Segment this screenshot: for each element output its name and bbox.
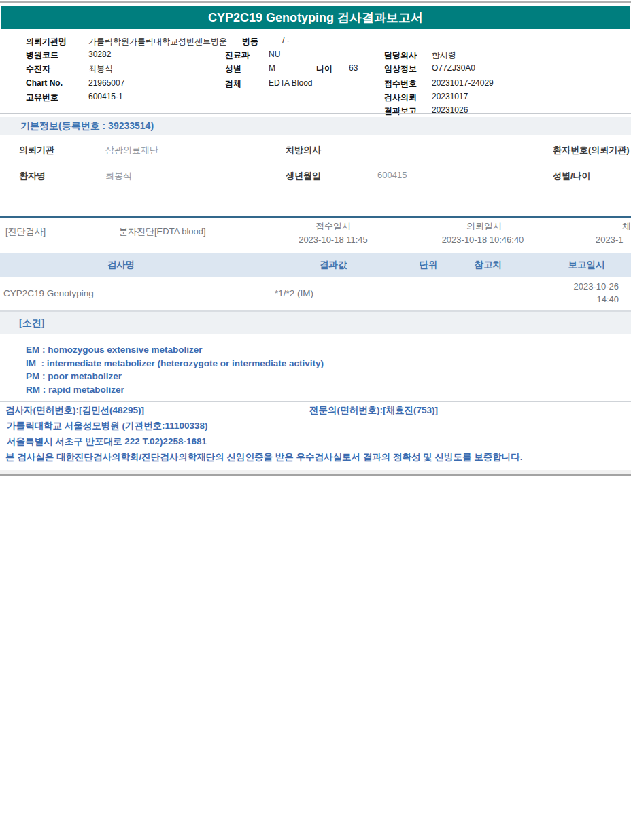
institution-info: 가톨릭대학교 서울성모병원 (기관번호:11100338) <box>7 420 208 432</box>
report-time: 14:40 <box>524 293 619 306</box>
collected-datetime-label: 채 <box>622 220 631 232</box>
field-label: 의뢰기관명 <box>26 36 67 48</box>
top-divider <box>0 1 631 3</box>
column-header-report-date: 보고일시 <box>537 253 631 278</box>
header-info-row: Chart No. 21965007 검체 EDTA Blood 접수번호 20… <box>0 78 631 90</box>
address-info: 서울특별시 서초구 반포대로 222 T.02)2258-1681 <box>7 436 207 448</box>
requested-datetime-value: 2023-10-18 10:46:40 <box>418 234 547 245</box>
lab-report-page: CYP2C19 Genotyping 검사결과보고서 의뢰기관명 가톨릭학원가톨… <box>0 0 631 840</box>
finding-line-im: IM : intermediate metabolizer (heterozyg… <box>26 357 324 370</box>
field-value: O77ZJ30A0 <box>432 63 475 73</box>
field-label: 의뢰기관 <box>19 144 54 156</box>
field-value: 20231017-24029 <box>432 78 494 88</box>
report-datetime-cell: 2023-10-26 14:40 <box>524 280 619 306</box>
field-value: 63 <box>349 63 358 73</box>
findings-content: EM : homozygous extensive metabolizer IM… <box>26 343 324 397</box>
bottom-band <box>0 470 631 474</box>
findings-section-header: [소견] <box>0 311 631 334</box>
field-label: 검체 <box>225 78 241 90</box>
field-label: 처방의사 <box>286 144 321 156</box>
field-label: 결과보고 <box>384 105 417 117</box>
header-info-row: 병원코드 30282 진료과 NU 담당의사 한시령 <box>0 50 631 62</box>
page-title: CYP2C19 Genotyping 검사결과보고서 <box>208 11 423 24</box>
column-header-unit: 단위 <box>403 253 454 278</box>
header-info-row: 의뢰기관명 가톨릭학원가톨릭대학교성빈센트병운 병동 / - <box>0 36 631 48</box>
field-value: 30282 <box>88 50 111 59</box>
certification-statement: 본 검사실은 대한진단검사의학회/진단검사의학재단의 신임인증을 받은 우수검사… <box>5 451 523 463</box>
column-header-reference: 참고치 <box>456 253 521 278</box>
field-value: 21965007 <box>88 78 124 88</box>
field-label: 병원코드 <box>26 50 58 61</box>
collected-datetime-value: 2023-1 <box>596 234 623 245</box>
field-value: 한시령 <box>432 50 456 61</box>
diagnostic-section-top-border <box>0 216 631 218</box>
examiner-info: 검사자(면허번호):[김민선(48295)] <box>5 404 144 417</box>
field-value: 삼광의료재단 <box>105 144 158 156</box>
field-label: 환자명 <box>19 170 46 182</box>
field-label: 성별 <box>225 63 241 75</box>
finding-line-em: EM : homozygous extensive metabolizer <box>26 343 324 357</box>
finding-line-pm: PM : poor metabolizer <box>26 370 324 383</box>
result-value-cell: *1/*2 (IM) <box>275 288 313 298</box>
header-info-row: 수진자 최봉식 성별 M 나이 63 임상정보 O77ZJ30A0 <box>0 63 631 75</box>
footer-divider <box>0 401 631 402</box>
field-label: 성별/나이 <box>553 170 591 182</box>
basic-info-section-header: 기본정보(등록번호 : 39233514) <box>0 117 631 135</box>
row-divider <box>0 164 631 164</box>
specialist-info: 전문의(면허번호):[채효진(753)] <box>309 404 438 417</box>
field-label: 접수번호 <box>384 78 417 90</box>
result-table-header: 검사명 결과값 단위 참고치 보고일시 <box>0 253 631 277</box>
column-header-test-name: 검사명 <box>70 253 172 278</box>
field-value: 최봉식 <box>88 63 113 75</box>
header-info-row: 결과보고 20231026 <box>0 94 631 107</box>
test-name-cell: CYP2C19 Genotyping <box>3 288 94 298</box>
field-value: M <box>269 63 275 73</box>
field-label: 임상정보 <box>384 63 417 75</box>
field-label: 생년월일 <box>286 170 321 182</box>
report-date: 2023-10-26 <box>524 280 619 293</box>
field-label: 담당의사 <box>384 50 417 61</box>
field-value: EDTA Blood <box>269 78 312 88</box>
diagnostic-test-type: 분자진단[EDTA blood] <box>119 226 206 238</box>
diagnostic-category: [진단검사] <box>5 226 46 238</box>
field-value: 600415 <box>377 170 407 180</box>
field-label: 환자번호(의뢰기관) <box>553 144 630 156</box>
row-divider <box>0 186 631 186</box>
report-title-bar: CYP2C19 Genotyping 검사결과보고서 <box>1 6 630 29</box>
field-value: NU <box>269 50 280 59</box>
column-header-result: 결과값 <box>282 253 384 278</box>
received-datetime-label: 접수일시 <box>279 220 388 232</box>
bottom-border <box>0 474 631 476</box>
field-label: 나이 <box>316 63 332 75</box>
basic-info-title: 기본정보(등록번호 : 39233514) <box>20 120 154 133</box>
field-label: Chart No. <box>26 78 63 88</box>
field-label: 진료과 <box>225 50 250 61</box>
row-divider <box>0 310 631 311</box>
field-value: 최봉식 <box>105 170 132 182</box>
field-label: 수진자 <box>26 63 50 75</box>
received-datetime-value: 2023-10-18 11:45 <box>269 234 398 245</box>
field-value: 가톨릭학원가톨릭대학교성빈센트병운 <box>88 36 227 48</box>
field-value: / - <box>282 36 290 46</box>
section-divider <box>0 113 631 114</box>
field-label: 병동 <box>242 36 258 48</box>
findings-title: [소견] <box>19 317 44 330</box>
finding-line-rm: RM : rapid metabolizer <box>26 383 324 397</box>
requested-datetime-label: 의뢰일시 <box>430 220 539 232</box>
